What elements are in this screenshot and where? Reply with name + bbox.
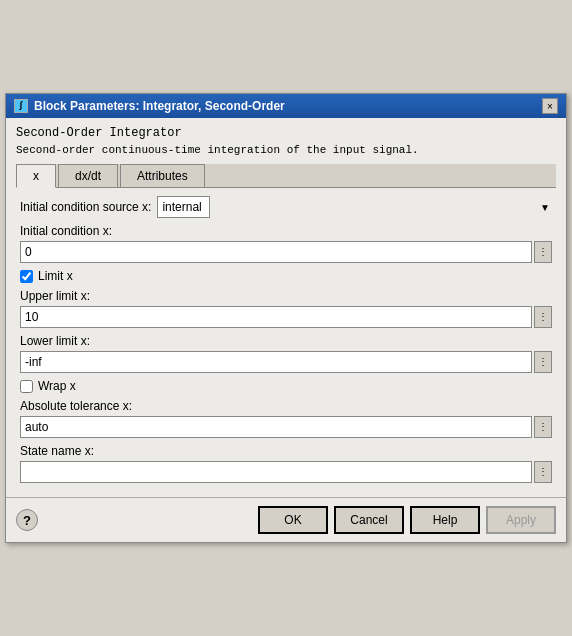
ok-button[interactable]: OK	[258, 506, 328, 534]
apply-button[interactable]: Apply	[486, 506, 556, 534]
block-title: Second-Order Integrator	[16, 126, 556, 140]
close-button[interactable]: ×	[542, 98, 558, 114]
initial-condition-source-row: Initial condition source x: internal ext…	[20, 196, 552, 218]
upper-limit-label: Upper limit x:	[20, 289, 90, 303]
title-bar-left: ∫ Block Parameters: Integrator, Second-O…	[14, 99, 285, 113]
bottom-bar: ? OK Cancel Help Apply	[6, 497, 566, 542]
initial-condition-row: Initial condition x: ⋮	[20, 224, 552, 263]
cancel-button[interactable]: Cancel	[334, 506, 404, 534]
initial-condition-source-dropdown[interactable]: internal external	[157, 196, 210, 218]
state-name-input-row: ⋮	[20, 461, 552, 483]
state-name-label: State name x:	[20, 444, 94, 458]
help-button[interactable]: Help	[410, 506, 480, 534]
absolute-tolerance-input-row: ⋮	[20, 416, 552, 438]
main-window: ∫ Block Parameters: Integrator, Second-O…	[5, 93, 567, 543]
upper-limit-ellipsis-button[interactable]: ⋮	[534, 306, 552, 328]
initial-condition-source-wrapper: internal external ▼	[157, 196, 552, 218]
action-buttons: OK Cancel Help Apply	[258, 506, 556, 534]
title-bar: ∫ Block Parameters: Integrator, Second-O…	[6, 94, 566, 118]
wrap-x-row: Wrap x	[20, 379, 552, 393]
state-name-row: State name x: ⋮	[20, 444, 552, 483]
lower-limit-row: Lower limit x: ⋮	[20, 334, 552, 373]
initial-condition-ellipsis-button[interactable]: ⋮	[534, 241, 552, 263]
block-description: Second-order continuous-time integration…	[16, 144, 556, 156]
limit-x-row: Limit x	[20, 269, 552, 283]
absolute-tolerance-ellipsis-button[interactable]: ⋮	[534, 416, 552, 438]
window-title: Block Parameters: Integrator, Second-Ord…	[34, 99, 285, 113]
lower-limit-input[interactable]	[20, 351, 532, 373]
tab-bar: x dx/dt Attributes	[16, 164, 556, 188]
upper-limit-input-row: ⋮	[20, 306, 552, 328]
tab-dxdt[interactable]: dx/dt	[58, 164, 118, 187]
tab-x[interactable]: x	[16, 164, 56, 188]
initial-condition-input-row: ⋮	[20, 241, 552, 263]
help-icon-button[interactable]: ?	[16, 509, 38, 531]
upper-limit-input[interactable]	[20, 306, 532, 328]
absolute-tolerance-label: Absolute tolerance x:	[20, 399, 132, 413]
wrap-x-checkbox[interactable]	[20, 380, 33, 393]
content-area: Second-Order Integrator Second-order con…	[6, 118, 566, 497]
lower-limit-label: Lower limit x:	[20, 334, 90, 348]
form-area: Initial condition source x: internal ext…	[16, 196, 556, 483]
tab-attributes[interactable]: Attributes	[120, 164, 205, 187]
lower-limit-ellipsis-button[interactable]: ⋮	[534, 351, 552, 373]
limit-x-label[interactable]: Limit x	[38, 269, 73, 283]
dropdown-arrow-icon: ▼	[540, 202, 550, 213]
state-name-ellipsis-button[interactable]: ⋮	[534, 461, 552, 483]
absolute-tolerance-input[interactable]	[20, 416, 532, 438]
absolute-tolerance-row: Absolute tolerance x: ⋮	[20, 399, 552, 438]
window-icon: ∫	[14, 99, 28, 113]
upper-limit-row: Upper limit x: ⋮	[20, 289, 552, 328]
lower-limit-input-row: ⋮	[20, 351, 552, 373]
initial-condition-label: Initial condition x:	[20, 224, 112, 238]
limit-x-checkbox[interactable]	[20, 270, 33, 283]
initial-condition-input[interactable]	[20, 241, 532, 263]
wrap-x-label[interactable]: Wrap x	[38, 379, 76, 393]
state-name-input[interactable]	[20, 461, 532, 483]
initial-condition-source-label: Initial condition source x:	[20, 200, 151, 214]
